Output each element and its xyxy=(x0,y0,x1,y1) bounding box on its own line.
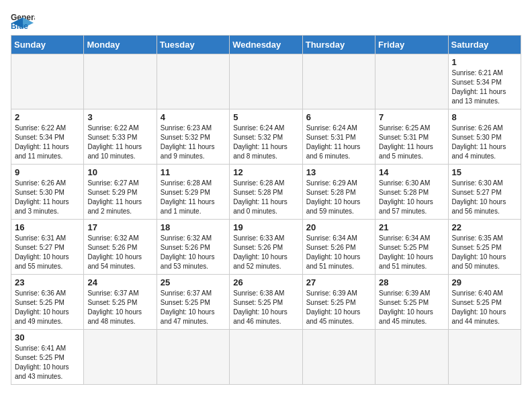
calendar-cell: 4Sunrise: 6:23 AM Sunset: 5:32 PM Daylig… xyxy=(157,109,229,165)
calendar-cell: 13Sunrise: 6:29 AM Sunset: 5:28 PM Dayli… xyxy=(302,165,375,220)
calendar-cell: 6Sunrise: 6:24 AM Sunset: 5:31 PM Daylig… xyxy=(302,109,375,165)
day-info: Sunrise: 6:34 AM Sunset: 5:26 PM Dayligh… xyxy=(306,234,371,271)
day-info: Sunrise: 6:30 AM Sunset: 5:27 PM Dayligh… xyxy=(452,179,517,216)
day-number: 5 xyxy=(233,112,298,122)
weekday-header-sunday: Sunday xyxy=(11,36,84,54)
day-number: 3 xyxy=(87,112,152,122)
day-number: 28 xyxy=(379,277,444,287)
weekday-header-friday: Friday xyxy=(375,36,448,54)
day-number: 13 xyxy=(306,167,371,177)
calendar-cell: 16Sunrise: 6:31 AM Sunset: 5:27 PM Dayli… xyxy=(11,220,84,275)
calendar-cell xyxy=(375,54,448,109)
day-number: 9 xyxy=(15,167,80,177)
day-number: 30 xyxy=(15,332,80,342)
day-info: Sunrise: 6:21 AM Sunset: 5:34 PM Dayligh… xyxy=(452,68,517,106)
day-number: 22 xyxy=(452,222,517,232)
calendar-cell: 7Sunrise: 6:25 AM Sunset: 5:31 PM Daylig… xyxy=(375,109,448,165)
calendar-table: SundayMondayTuesdayWednesdayThursdayFrid… xyxy=(11,35,521,385)
calendar-cell: 17Sunrise: 6:32 AM Sunset: 5:26 PM Dayli… xyxy=(84,220,157,275)
calendar-cell: 19Sunrise: 6:33 AM Sunset: 5:26 PM Dayli… xyxy=(230,220,302,275)
day-info: Sunrise: 6:31 AM Sunset: 5:27 PM Dayligh… xyxy=(15,234,80,271)
calendar-cell xyxy=(157,330,229,385)
calendar-cell xyxy=(448,330,521,385)
calendar-row: 30Sunrise: 6:41 AM Sunset: 5:25 PM Dayli… xyxy=(11,330,521,385)
calendar-cell: 5Sunrise: 6:24 AM Sunset: 5:32 PM Daylig… xyxy=(230,109,302,165)
calendar-cell xyxy=(84,54,157,109)
calendar-cell xyxy=(375,330,448,385)
calendar-cell: 1Sunrise: 6:21 AM Sunset: 5:34 PM Daylig… xyxy=(448,54,521,109)
day-info: Sunrise: 6:32 AM Sunset: 5:26 PM Dayligh… xyxy=(161,234,226,271)
day-info: Sunrise: 6:38 AM Sunset: 5:25 PM Dayligh… xyxy=(233,289,298,326)
day-info: Sunrise: 6:37 AM Sunset: 5:25 PM Dayligh… xyxy=(161,289,226,326)
weekday-header-tuesday: Tuesday xyxy=(157,36,229,54)
calendar-cell xyxy=(302,330,375,385)
day-info: Sunrise: 6:41 AM Sunset: 5:25 PM Dayligh… xyxy=(15,344,80,381)
calendar-cell: 11Sunrise: 6:28 AM Sunset: 5:29 PM Dayli… xyxy=(157,165,229,220)
day-number: 8 xyxy=(452,112,517,122)
calendar-cell: 9Sunrise: 6:26 AM Sunset: 5:30 PM Daylig… xyxy=(11,165,84,220)
day-number: 14 xyxy=(379,167,444,177)
day-number: 11 xyxy=(161,167,226,177)
day-number: 24 xyxy=(87,277,152,287)
day-number: 1 xyxy=(452,57,517,67)
day-number: 25 xyxy=(161,277,226,287)
day-info: Sunrise: 6:36 AM Sunset: 5:25 PM Dayligh… xyxy=(15,289,80,326)
calendar-cell: 20Sunrise: 6:34 AM Sunset: 5:26 PM Dayli… xyxy=(302,220,375,275)
day-number: 17 xyxy=(87,222,152,232)
day-info: Sunrise: 6:25 AM Sunset: 5:31 PM Dayligh… xyxy=(379,124,444,161)
page-header: General Blue xyxy=(11,11,521,30)
calendar-cell: 26Sunrise: 6:38 AM Sunset: 5:25 PM Dayli… xyxy=(230,275,302,330)
day-number: 27 xyxy=(306,277,371,287)
calendar-cell: 3Sunrise: 6:22 AM Sunset: 5:33 PM Daylig… xyxy=(84,109,157,165)
weekday-header-wednesday: Wednesday xyxy=(230,36,302,54)
calendar-row: 2Sunrise: 6:22 AM Sunset: 5:34 PM Daylig… xyxy=(11,109,521,165)
calendar-cell xyxy=(230,54,302,109)
day-number: 26 xyxy=(233,277,298,287)
logo-icon: General Blue xyxy=(11,11,35,30)
day-number: 29 xyxy=(452,277,517,287)
day-info: Sunrise: 6:29 AM Sunset: 5:28 PM Dayligh… xyxy=(306,179,371,216)
calendar-cell: 8Sunrise: 6:26 AM Sunset: 5:30 PM Daylig… xyxy=(448,109,521,165)
calendar-cell: 10Sunrise: 6:27 AM Sunset: 5:29 PM Dayli… xyxy=(84,165,157,220)
day-number: 18 xyxy=(161,222,226,232)
day-info: Sunrise: 6:23 AM Sunset: 5:32 PM Dayligh… xyxy=(161,124,226,161)
day-number: 12 xyxy=(233,167,298,177)
calendar-cell: 30Sunrise: 6:41 AM Sunset: 5:25 PM Dayli… xyxy=(11,330,84,385)
calendar-cell: 2Sunrise: 6:22 AM Sunset: 5:34 PM Daylig… xyxy=(11,109,84,165)
calendar-row: 9Sunrise: 6:26 AM Sunset: 5:30 PM Daylig… xyxy=(11,165,521,220)
day-info: Sunrise: 6:26 AM Sunset: 5:30 PM Dayligh… xyxy=(15,179,80,216)
calendar-cell: 21Sunrise: 6:34 AM Sunset: 5:25 PM Dayli… xyxy=(375,220,448,275)
weekday-header-saturday: Saturday xyxy=(448,36,521,54)
day-number: 15 xyxy=(452,167,517,177)
day-number: 6 xyxy=(306,112,371,122)
day-number: 2 xyxy=(15,112,80,122)
day-info: Sunrise: 6:22 AM Sunset: 5:34 PM Dayligh… xyxy=(15,124,80,161)
weekday-header-row: SundayMondayTuesdayWednesdayThursdayFrid… xyxy=(11,36,521,54)
day-number: 7 xyxy=(379,112,444,122)
calendar-cell: 15Sunrise: 6:30 AM Sunset: 5:27 PM Dayli… xyxy=(448,165,521,220)
calendar-cell: 12Sunrise: 6:28 AM Sunset: 5:28 PM Dayli… xyxy=(230,165,302,220)
day-info: Sunrise: 6:34 AM Sunset: 5:25 PM Dayligh… xyxy=(379,234,444,271)
day-number: 21 xyxy=(379,222,444,232)
calendar-cell: 14Sunrise: 6:30 AM Sunset: 5:28 PM Dayli… xyxy=(375,165,448,220)
day-info: Sunrise: 6:28 AM Sunset: 5:29 PM Dayligh… xyxy=(161,179,226,216)
calendar-cell: 18Sunrise: 6:32 AM Sunset: 5:26 PM Dayli… xyxy=(157,220,229,275)
calendar-cell: 29Sunrise: 6:40 AM Sunset: 5:25 PM Dayli… xyxy=(448,275,521,330)
day-info: Sunrise: 6:27 AM Sunset: 5:29 PM Dayligh… xyxy=(87,179,152,216)
calendar-row: 16Sunrise: 6:31 AM Sunset: 5:27 PM Dayli… xyxy=(11,220,521,275)
calendar-cell: 27Sunrise: 6:39 AM Sunset: 5:25 PM Dayli… xyxy=(302,275,375,330)
day-info: Sunrise: 6:24 AM Sunset: 5:31 PM Dayligh… xyxy=(306,124,371,161)
weekday-header-thursday: Thursday xyxy=(302,36,375,54)
day-info: Sunrise: 6:40 AM Sunset: 5:25 PM Dayligh… xyxy=(452,289,517,326)
day-info: Sunrise: 6:30 AM Sunset: 5:28 PM Dayligh… xyxy=(379,179,444,216)
day-info: Sunrise: 6:39 AM Sunset: 5:25 PM Dayligh… xyxy=(379,289,444,326)
day-info: Sunrise: 6:28 AM Sunset: 5:28 PM Dayligh… xyxy=(233,179,298,216)
day-number: 4 xyxy=(161,112,226,122)
calendar-cell: 23Sunrise: 6:36 AM Sunset: 5:25 PM Dayli… xyxy=(11,275,84,330)
day-info: Sunrise: 6:24 AM Sunset: 5:32 PM Dayligh… xyxy=(233,124,298,161)
calendar-cell xyxy=(157,54,229,109)
day-number: 10 xyxy=(87,167,152,177)
day-number: 23 xyxy=(15,277,80,287)
day-info: Sunrise: 6:37 AM Sunset: 5:25 PM Dayligh… xyxy=(87,289,152,326)
svg-text:Blue: Blue xyxy=(11,21,28,30)
